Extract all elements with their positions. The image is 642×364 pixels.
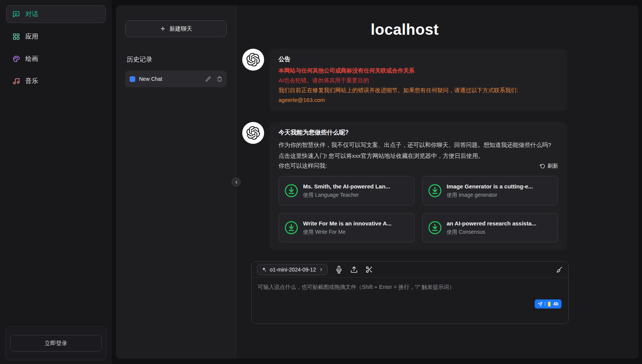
sidebar-item-label: 音乐 [25,77,38,85]
sidebar-item-label: 绘画 [25,54,38,63]
token-count: 4k [553,301,558,307]
suggestion-subtitle: 使用 image generator [447,192,533,199]
badge-divider [545,302,545,306]
battery-icon [548,301,551,307]
chat-history-item[interactable]: New Chat [125,71,227,87]
suggestion-card[interactable]: Ms. Smith, the AI-powered Lan... 使用 Lang… [278,176,415,205]
suggestion-title: Write For Me is an innovative A... [303,220,391,227]
download-circle-icon [428,184,442,198]
refresh-label: 刷新 [548,163,558,170]
apps-grid-icon [12,33,20,40]
suggestion-subtitle: 使用 Write For Me [303,229,391,236]
content-panel: 新建聊天 历史记录 New Chat lo [116,5,639,359]
assistant-avatar [242,49,264,71]
greeting-bubble: 今天我能为您做些什么呢? 作为你的智慧伙伴，我不仅可以写文案、出点子，还可以和你… [269,122,567,251]
sidebar-item-chat[interactable]: 对话 [6,5,106,23]
refresh-suggestions-button[interactable]: 刷新 [540,163,558,170]
chat-list-panel: 新建聊天 历史记录 New Chat [116,5,236,359]
page-title: localhost [242,21,567,38]
download-circle-icon [284,221,299,235]
edit-chat-icon[interactable] [206,76,211,82]
login-box: 立即登录 [5,326,107,360]
sidebar-item-music[interactable]: 音乐 [6,72,106,90]
send-button[interactable]: 4k [535,299,562,308]
sidebar-item-apps[interactable]: 应用 [6,28,106,45]
plus-icon [160,26,166,32]
composer: o1-mini-2024-09-12 [251,261,569,324]
suggestion-subtitle: 使用 Consensus [447,229,536,236]
assistant-avatar [242,122,264,144]
announcement-contact-email[interactable]: ageerle@163.com [278,97,558,103]
delete-chat-icon[interactable] [217,76,222,82]
suggestion-subtitle: 使用 Language Teacher [303,192,390,199]
message-announcement: 公告 本网站与任何其他公司或商标没有任何关联或合作关系 AI也会犯错。请勿将其用… [242,49,567,111]
message-input[interactable]: 可输入说点什么，也可贴截图或拖拽文件（Shift + Enter = 换行，"/… [252,278,568,324]
suggestion-card[interactable]: Image Generator is a cutting-e... 使用 ima… [422,176,558,205]
login-button[interactable]: 立即登录 [10,335,102,352]
new-chat-label: 新建聊天 [170,25,192,32]
sidebar: 对话 应用 绘画 音乐 立即登录 [0,0,112,364]
suggestion-card[interactable]: an AI-powered research assista... 使用 Con… [422,213,558,242]
suggestion-grid: Ms. Smith, the AI-powered Lan... 使用 Lang… [278,176,558,242]
download-circle-icon [284,184,299,198]
suggestion-title: Image Generator is a cutting-e... [447,183,533,190]
announcement-line-2: AI也会犯错。请勿将其用于重要目的 [278,77,558,84]
announcement-line-3: 我们目前正在修复我们网站上的错误并改进细节。如果您有任何疑问，请通过以下方式联系… [278,87,558,94]
composer-toolbar: o1-mini-2024-09-12 [252,262,568,278]
chat-main: localhost 公告 本网站与任何其他公司或商标没有任何关联或合作关系 AI… [236,5,639,359]
music-note-icon [12,77,20,85]
sidebar-item-label: 对话 [25,10,38,19]
paper-plane-icon [538,302,543,307]
model-selector[interactable]: o1-mini-2024-09-12 [257,264,328,275]
palette-icon [12,55,20,63]
suggestion-title: an AI-powered research assista... [447,220,536,227]
input-placeholder: 可输入说点什么，也可贴截图或拖拽文件（Shift + Enter = 换行，"/… [258,284,455,290]
chevron-left-icon [234,180,239,185]
chat-bubble-icon [12,11,20,18]
sidebar-item-label: 应用 [25,32,38,41]
sparkle-icon [261,267,267,272]
announcement-bubble: 公告 本网站与任何其他公司或商标没有任何关联或合作关系 AI也会犯错。请勿将其用… [269,49,567,111]
collapse-sidebar-button[interactable] [232,177,241,187]
history-title: 历史记录 [127,55,227,64]
greeting-title: 今天我能为您做些什么呢? [278,129,558,137]
greeting-ask-hint: 你也可以这样问我: [278,162,327,170]
greeting-body: 作为你的智慧伙伴，我不仅可以写文案、出点子，还可以和你聊天、回答问题。想知道我还… [278,140,558,161]
chat-item-title: New Chat [139,76,200,82]
scissors-icon[interactable] [365,266,373,273]
new-chat-button[interactable]: 新建聊天 [125,20,227,37]
openai-logo-icon [246,126,260,140]
model-name: o1-mini-2024-09-12 [270,267,316,273]
refresh-icon [540,163,545,169]
app-window: 对话 应用 绘画 音乐 立即登录 [0,0,642,364]
openai-logo-icon [246,53,260,66]
clear-context-broom-icon[interactable] [555,266,563,273]
message-greeting: 今天我能为您做些什么呢? 作为你的智慧伙伴，我不仅可以写文案、出点子，还可以和你… [242,122,567,251]
chevron-right-icon [319,267,323,272]
suggestion-card[interactable]: Write For Me is an innovative A... 使用 Wr… [278,213,415,242]
chat-column: localhost 公告 本网站与任何其他公司或商标没有任何关联或合作关系 AI… [242,21,567,324]
sidebar-item-draw[interactable]: 绘画 [6,50,106,68]
microphone-icon[interactable] [335,266,343,273]
upload-icon[interactable] [350,266,358,273]
chat-item-badge [130,76,135,82]
announcement-line-1: 本网站与任何其他公司或商标没有任何关联或合作关系 [278,67,558,74]
suggestion-title: Ms. Smith, the AI-powered Lan... [303,183,390,190]
announcement-title: 公告 [278,56,558,63]
download-circle-icon [428,221,442,235]
